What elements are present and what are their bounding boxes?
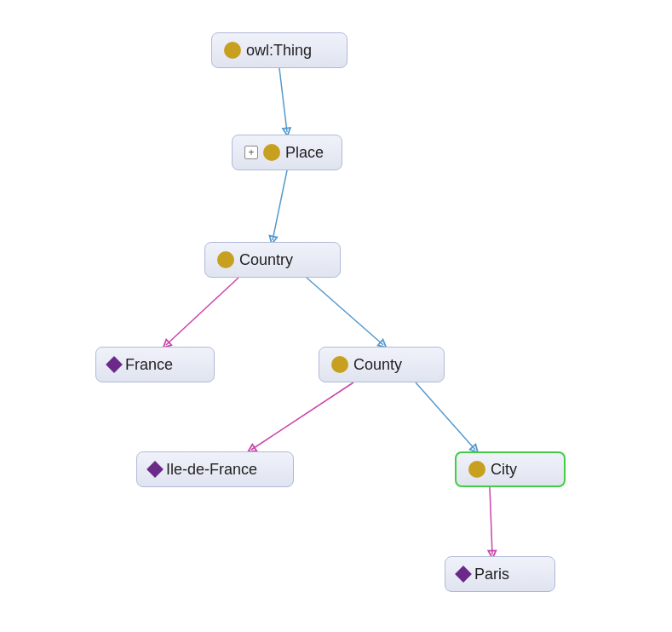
diagram-container: owl:Thing + Place Country France County … bbox=[0, 0, 672, 632]
svg-line-5 bbox=[416, 382, 475, 450]
node-paris-label: Paris bbox=[474, 566, 509, 583]
circle-icon-place bbox=[263, 144, 280, 161]
node-county[interactable]: County bbox=[319, 347, 445, 382]
node-owl-thing[interactable]: owl:Thing bbox=[211, 32, 347, 68]
node-place[interactable]: + Place bbox=[232, 135, 342, 170]
circle-icon-city bbox=[468, 461, 485, 478]
node-ile-de-france[interactable]: Ile-de-France bbox=[136, 451, 294, 487]
circle-icon-owl-thing bbox=[224, 42, 241, 59]
svg-line-2 bbox=[166, 278, 238, 345]
node-owl-thing-label: owl:Thing bbox=[246, 42, 312, 60]
circle-icon-country bbox=[217, 251, 234, 268]
diamond-icon-paris bbox=[455, 566, 472, 583]
node-country-label: Country bbox=[239, 251, 293, 269]
diamond-icon-france bbox=[106, 356, 123, 373]
svg-line-0 bbox=[279, 68, 287, 132]
arrows-svg bbox=[0, 0, 672, 632]
node-county-label: County bbox=[353, 356, 402, 374]
node-country[interactable]: Country bbox=[204, 242, 341, 278]
svg-line-4 bbox=[251, 382, 353, 450]
svg-line-1 bbox=[273, 170, 287, 240]
svg-line-3 bbox=[307, 278, 383, 345]
node-ile-de-france-label: Ile-de-France bbox=[166, 461, 257, 479]
svg-line-6 bbox=[490, 487, 492, 554]
node-paris[interactable]: Paris bbox=[445, 556, 555, 592]
node-place-label: Place bbox=[285, 144, 324, 162]
node-france-label: France bbox=[125, 356, 173, 374]
plus-badge-place: + bbox=[244, 146, 258, 159]
node-france[interactable]: France bbox=[95, 347, 215, 382]
diamond-icon-ile-de-france bbox=[146, 461, 164, 478]
circle-icon-county bbox=[331, 356, 348, 373]
node-city-label: City bbox=[491, 461, 517, 479]
node-city[interactable]: City bbox=[455, 451, 566, 487]
